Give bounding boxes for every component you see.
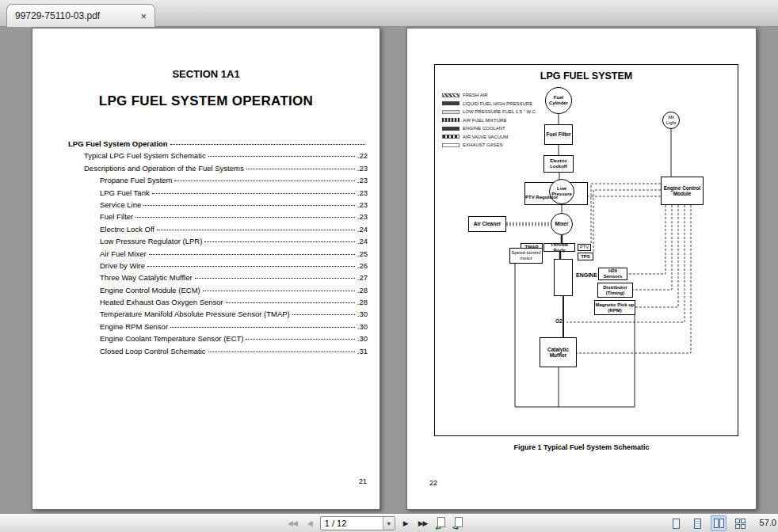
next-page-icon: ▶: [403, 519, 408, 527]
dot-leader: [246, 169, 355, 169]
zoom-level[interactable]: 57.0: [760, 518, 776, 527]
page-number-input[interactable]: [321, 517, 383, 530]
tab-title: 99729-75110-03.pdf: [15, 10, 134, 21]
toc-entry[interactable]: Engine Control Module (ECM).28: [68, 286, 368, 298]
o2-sensor-label: O2: [555, 318, 563, 324]
section-heading: SECTION 1A1: [32, 68, 379, 80]
dot-leader: [170, 327, 355, 328]
toc-entry[interactable]: Propane Fuel System.23: [68, 176, 368, 188]
h2o-sensors-node: H20 Sensors: [598, 268, 627, 280]
toc-entry[interactable]: Descriptions and Operation of the Fuel S…: [68, 164, 368, 176]
toc-entry[interactable]: Temperature Manifold Absolute Pressure S…: [68, 310, 368, 321]
two-page-continuous-icon: [735, 519, 746, 529]
toc-entry[interactable]: Typical LPG Fuel System Schematic.22: [68, 151, 368, 163]
last-page-icon: ▶▶: [418, 519, 428, 527]
diagram-title: LPG FUEL SYSTEM: [435, 70, 738, 82]
next-page-button[interactable]: ▶: [401, 519, 410, 529]
single-page-view-button[interactable]: [668, 515, 684, 531]
legend-swatch-engine-coolant: [442, 127, 460, 131]
first-page-icon: ◀◀: [288, 519, 297, 527]
continuous-view-icon: [694, 519, 701, 529]
tab-close-icon[interactable]: ×: [140, 11, 147, 21]
page-number: 22: [429, 479, 437, 487]
dot-leader: [246, 339, 354, 340]
fuel-filter-node: Fuel Filter: [544, 124, 573, 145]
legend-swatch-liquid-fuel: [442, 101, 460, 105]
schematic-frame: LPG FUEL SYSTEM FRESH AIR LIQUID FUEL HI…: [434, 64, 738, 436]
legend-item: ENGINE COOLANT: [442, 124, 537, 133]
dot-leader: [226, 302, 355, 303]
two-page-continuous-view-button[interactable]: [732, 515, 748, 531]
toc-entry[interactable]: Engine RPM Sensor.30: [68, 322, 368, 334]
dot-leader: [157, 230, 355, 230]
previous-view-button[interactable]: ↩: [436, 517, 448, 530]
legend-swatch-exhaust-gases: [442, 143, 460, 147]
toc-entry[interactable]: Drive by Wire.26: [68, 261, 368, 273]
first-page-button[interactable]: ◀◀: [285, 519, 299, 529]
toc-entry[interactable]: Electric Lock Off.24: [68, 225, 368, 237]
page-number: 21: [359, 477, 367, 485]
ptv-regulator-label: PTV Regulator: [525, 195, 558, 200]
dot-leader: [149, 254, 355, 255]
dot-leader: [170, 144, 365, 145]
toc-entry[interactable]: LPG Fuel Tank.23: [68, 188, 368, 200]
legend-item: FRESH AIR: [442, 91, 537, 100]
throttle-body-node: Throttle Body: [543, 243, 575, 252]
document-tab[interactable]: 99729-75110-03.pdf ×: [6, 4, 155, 27]
previous-view-icon: ↩: [436, 525, 442, 532]
dot-leader: [195, 278, 355, 279]
diagram-legend: FRESH AIR LIQUID FUEL HIGH PRESSURE LOW …: [442, 91, 537, 150]
electric-lockoff-node: Electric Lockoff: [543, 155, 574, 173]
toc-entry[interactable]: Fuel Filter.23: [68, 212, 368, 224]
toc-entry[interactable]: Closed Loop Control Schematic.31: [68, 347, 368, 359]
pdf-page-21: SECTION 1A1 LPG FUEL SYSTEM OPERATION LP…: [32, 28, 380, 510]
dot-leader: [208, 352, 355, 352]
pdf-viewer-canvas: SECTION 1A1 LPG FUEL SYSTEM OPERATION LP…: [0, 27, 778, 513]
fuel-cylinder-node: Fuel Cylinder: [545, 87, 572, 114]
page-layout-controls: [668, 514, 748, 532]
last-page-button[interactable]: ▶▶: [416, 519, 430, 529]
dot-leader: [174, 180, 354, 181]
speed-control-motor-node: Speed control motor: [509, 248, 543, 264]
dot-leader: [143, 205, 355, 206]
distributor-timing-node: Distributor (Timing): [597, 283, 633, 298]
legend-swatch-fresh-air: [442, 93, 460, 97]
previous-page-button[interactable]: ◀: [305, 519, 315, 529]
table-of-contents: LPG Fuel System Operation Typical LPG Fu…: [68, 139, 368, 359]
toc-entry[interactable]: Three Way Catalytic Muffler.27: [68, 273, 368, 285]
toc-entry[interactable]: Heated Exhaust Gas Oxygen Sensor.28: [68, 298, 368, 310]
next-view-button[interactable]: ↪: [453, 517, 465, 530]
toc-entry[interactable]: LPG Fuel System Operation: [68, 139, 368, 151]
two-page-view-button[interactable]: [711, 515, 727, 531]
engine-block-node: [554, 259, 573, 296]
toc-entry[interactable]: Engine Coolant Temperature Sensor (ECT).…: [68, 334, 368, 346]
continuous-view-button[interactable]: [689, 515, 705, 531]
ptv-node: PTV: [578, 244, 591, 251]
toc-entry[interactable]: Service Line.23: [68, 200, 368, 212]
mixer-node: Mixer: [551, 213, 573, 235]
previous-page-icon: ◀: [307, 519, 312, 527]
next-view-icon: ↪: [453, 525, 460, 532]
engine-control-module-node: Engine Control Module: [661, 177, 704, 205]
low-pressure-regulator-node: Low Pressure: [549, 179, 574, 204]
page-number-combobox: ▾: [320, 516, 395, 530]
pdf-page-22: LPG FUEL SYSTEM FRESH AIR LIQUID FUEL HI…: [406, 28, 757, 510]
legend-item: LOW PRESSURE FUEL 1.5 " W.C.: [442, 108, 537, 116]
dot-leader: [292, 314, 355, 315]
tps-node: TPS: [578, 253, 593, 260]
legend-swatch-air-fuel-mixture: [442, 118, 460, 122]
catalytic-muffler-node: Catalytic Muffler: [540, 337, 577, 367]
two-page-icon-right: [719, 519, 724, 528]
dot-leader: [147, 266, 355, 267]
toc-entry[interactable]: Air Fuel Mixer.25: [68, 249, 368, 261]
legend-item: EXHAUST GASES: [442, 141, 537, 150]
dot-leader: [208, 156, 355, 157]
page-navigation-controls: ◀◀ ◀ ▾ ▶ ▶▶ ↩ ↪: [285, 514, 465, 532]
page-dropdown-button[interactable]: ▾: [383, 517, 395, 530]
toc-entry[interactable]: Low Pressure Regulator (LPR).24: [68, 237, 368, 249]
chevron-down-icon: ▾: [387, 520, 391, 527]
legend-swatch-air-valve-vacuum: [442, 135, 460, 139]
figure-caption: Figure 1 Typical Fuel System Schematic: [407, 443, 756, 451]
single-page-icon: [673, 519, 680, 529]
legend-item: LIQUID FUEL HIGH PRESSURE: [442, 100, 537, 108]
